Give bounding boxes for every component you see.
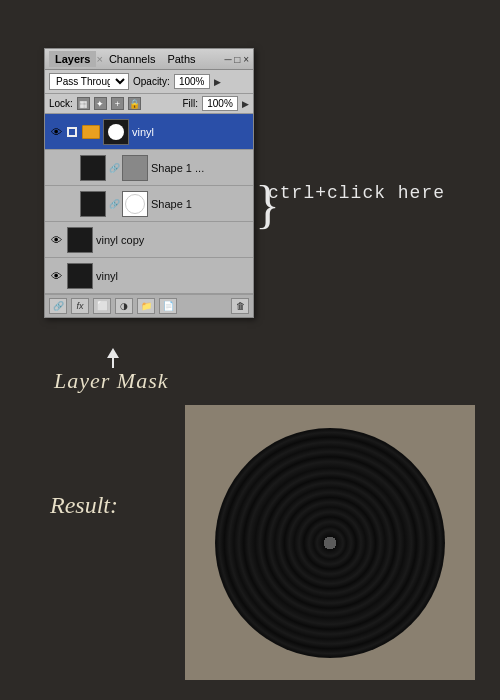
thumb-circle	[108, 124, 124, 140]
layer-visibility-vinyl[interactable]: 👁	[48, 268, 64, 284]
layer-name-shape1-circle: Shape 1	[151, 198, 250, 210]
lock-position-icon[interactable]: +	[111, 97, 124, 110]
tab-layers[interactable]: Layers	[49, 51, 96, 67]
layer-thumb-vinyl	[67, 263, 93, 289]
opacity-label: Opacity:	[133, 76, 170, 87]
group-button[interactable]: 📁	[137, 298, 155, 314]
layer-row-shape1-circle[interactable]: 👁 🔗 Shape 1	[45, 186, 253, 222]
vinyl-record-result	[215, 428, 445, 658]
layer-name-vinyl-copy: vinyl copy	[96, 234, 250, 246]
opacity-arrow[interactable]: ▶	[214, 77, 221, 87]
new-layer-button[interactable]: 📄	[159, 298, 177, 314]
panel-titlebar: Layers × Channels Paths ─ □ ×	[45, 49, 253, 70]
panel-toolbar: 🔗 fx ⬜ ◑ 📁 📄 🗑	[45, 294, 253, 317]
result-canvas	[185, 405, 475, 680]
panel-close-button[interactable]: ─ □ ×	[224, 54, 249, 65]
delete-layer-button[interactable]: 🗑	[231, 298, 249, 314]
result-label: Result:	[50, 492, 118, 519]
layer-thumb-vinyl-group	[103, 119, 129, 145]
fill-arrow[interactable]: ▶	[242, 99, 249, 109]
opacity-input[interactable]	[174, 74, 210, 89]
layer-expand-icon[interactable]	[67, 127, 77, 137]
layer-mask-arrow	[107, 348, 119, 368]
layer-row-vinyl[interactable]: 👁 vinyl	[45, 258, 253, 294]
layer-visibility-vinyl-group[interactable]: 👁	[48, 124, 64, 140]
layer-name-vinyl-group: vinyl	[132, 126, 250, 138]
layer-thumb-shape1-masked-main	[80, 155, 106, 181]
layer-thumb-shape1-main	[80, 191, 106, 217]
lock-move-icon[interactable]: ✦	[94, 97, 107, 110]
fill-input[interactable]	[202, 96, 238, 111]
blend-mode-select[interactable]: Pass Through Normal Multiply Screen	[49, 73, 129, 90]
mask-link2-icon: 🔗	[109, 199, 119, 209]
tab-channels[interactable]: Channels	[103, 51, 161, 67]
layer-name-shape1-masked: Shape 1 ...	[151, 162, 250, 174]
layer-row-vinyl-group[interactable]: 👁 vinyl	[45, 114, 253, 150]
adjustment-button[interactable]: ◑	[115, 298, 133, 314]
panel-lock-row: Lock: ▦ ✦ + 🔒 Fill: ▶	[45, 94, 253, 114]
folder-icon	[82, 125, 100, 139]
lock-label: Lock:	[49, 98, 73, 109]
layers-panel: Layers × Channels Paths ─ □ × Pass Throu…	[44, 48, 254, 318]
layer-row-shape1-masked[interactable]: 👁 🔗 Shape 1 ...	[45, 150, 253, 186]
layer-thumb-shape1-mask	[122, 191, 148, 217]
fx-button[interactable]: fx	[71, 298, 89, 314]
layer-mask-annotation: Layer Mask	[54, 368, 168, 394]
layer-row-vinyl-copy[interactable]: 👁 vinyl copy	[45, 222, 253, 258]
tab-paths[interactable]: Paths	[161, 51, 201, 67]
layer-thumb-shape1-masked-mask	[122, 155, 148, 181]
layer-name-vinyl: vinyl	[96, 270, 250, 282]
thumb-mask-circle	[125, 194, 145, 214]
panel-options-row: Pass Through Normal Multiply Screen Opac…	[45, 70, 253, 94]
layers-list: 👁 vinyl 👁 🔗 Shape 1 ... 👁 🔗 Shape 1	[45, 114, 253, 294]
fill-label: Fill:	[182, 98, 198, 109]
mask-link-icon: 🔗	[109, 163, 119, 173]
arrow-up-icon	[107, 348, 119, 358]
add-mask-button[interactable]: ⬜	[93, 298, 111, 314]
lock-all-icon[interactable]: 🔒	[128, 97, 141, 110]
layer-visibility-vinyl-copy[interactable]: 👁	[48, 232, 64, 248]
link-layers-button[interactable]: 🔗	[49, 298, 67, 314]
ctrl-click-annotation: ctrl+click here	[268, 183, 445, 203]
arrow-line	[112, 358, 114, 368]
lock-pixels-icon[interactable]: ▦	[77, 97, 90, 110]
layer-thumb-vinyl-copy	[67, 227, 93, 253]
